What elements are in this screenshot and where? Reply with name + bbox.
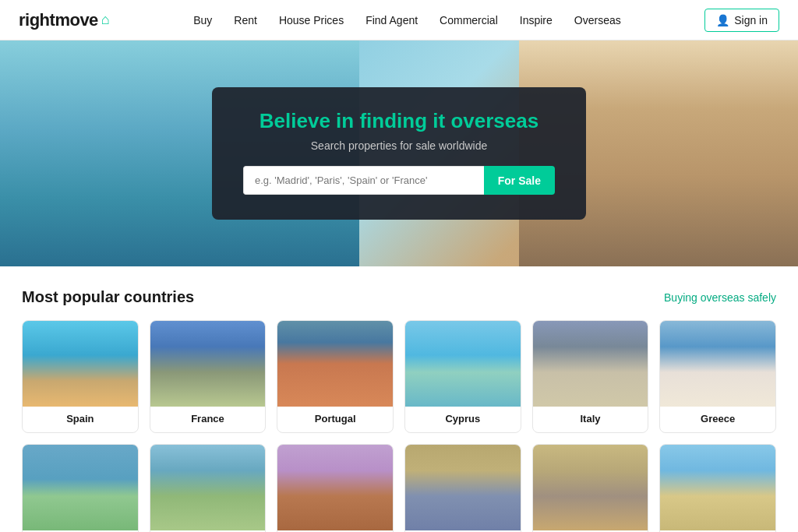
hero-overlay: Believe in finding it overseas Search pr…: [212, 87, 586, 220]
search-button[interactable]: For Sale: [484, 166, 555, 195]
country-label-italy: Italy: [533, 407, 648, 432]
header: rightmove ⌂ Buy Rent House Prices Find A…: [0, 0, 798, 41]
home-icon: ⌂: [101, 12, 110, 28]
country-card-usa[interactable]: USA: [22, 444, 139, 532]
section-header: Most popular countries Buying overseas s…: [22, 288, 776, 306]
nav-buy[interactable]: Buy: [193, 14, 212, 26]
country-card-cyprus[interactable]: Cyprus: [404, 320, 521, 433]
nav-find-agent[interactable]: Find Agent: [365, 14, 418, 26]
country-card-ireland[interactable]: Ireland: [150, 444, 267, 532]
signin-label: Sign in: [734, 14, 768, 26]
hero-subtitle: Search properties for sale worldwide: [243, 139, 555, 152]
signin-button[interactable]: 👤 Sign in: [704, 9, 779, 32]
nav-overseas[interactable]: Overseas: [574, 14, 621, 26]
country-image-usa: [23, 445, 138, 530]
country-image-bulgaria: [277, 445, 393, 530]
country-image-greece: [660, 321, 775, 407]
country-card-germany[interactable]: Germany: [532, 444, 649, 532]
country-image-thailand: [660, 445, 775, 530]
country-grid: Spain France Portugal Cyprus Italy Greec…: [22, 320, 776, 532]
country-card-spain[interactable]: Spain: [22, 320, 139, 433]
buying-overseas-link[interactable]: Buying overseas safely: [664, 291, 776, 304]
main-nav: Buy Rent House Prices Find Agent Commerc…: [193, 14, 621, 26]
country-card-greece[interactable]: Greece: [659, 320, 776, 433]
country-image-france: [150, 321, 266, 407]
country-image-portugal: [277, 321, 393, 407]
nav-house-prices[interactable]: House Prices: [279, 14, 344, 26]
country-image-turkey: [405, 445, 521, 530]
search-input[interactable]: [243, 166, 484, 195]
country-card-france[interactable]: France: [150, 320, 267, 433]
search-row: For Sale: [243, 166, 555, 195]
country-card-portugal[interactable]: Portugal: [277, 320, 394, 433]
logo-text: rightmove: [19, 10, 98, 30]
country-image-ireland: [150, 445, 266, 530]
section-title: Most popular countries: [22, 288, 194, 306]
country-card-thailand[interactable]: Thailand: [659, 444, 776, 532]
country-image-germany: [533, 445, 648, 530]
country-card-bulgaria[interactable]: Bulgaria: [277, 444, 394, 532]
country-image-spain: [23, 321, 138, 407]
logo[interactable]: rightmove ⌂: [19, 10, 110, 30]
country-label-france: France: [150, 407, 266, 432]
country-card-turkey[interactable]: Turkey: [404, 444, 521, 532]
nav-commercial[interactable]: Commercial: [440, 14, 498, 26]
country-label-greece: Greece: [660, 407, 775, 432]
hero-section: Believe in finding it overseas Search pr…: [0, 41, 798, 266]
main-content: Most popular countries Buying overseas s…: [0, 266, 798, 532]
country-label-cyprus: Cyprus: [405, 407, 521, 432]
country-label-portugal: Portugal: [277, 407, 393, 432]
country-image-italy: [533, 321, 648, 407]
nav-inspire[interactable]: Inspire: [520, 14, 553, 26]
country-image-cyprus: [405, 321, 521, 407]
user-icon: 👤: [716, 14, 729, 26]
nav-rent[interactable]: Rent: [234, 14, 257, 26]
hero-title: Believe in finding it overseas: [243, 109, 555, 133]
country-label-spain: Spain: [23, 407, 138, 432]
country-card-italy[interactable]: Italy: [532, 320, 649, 433]
